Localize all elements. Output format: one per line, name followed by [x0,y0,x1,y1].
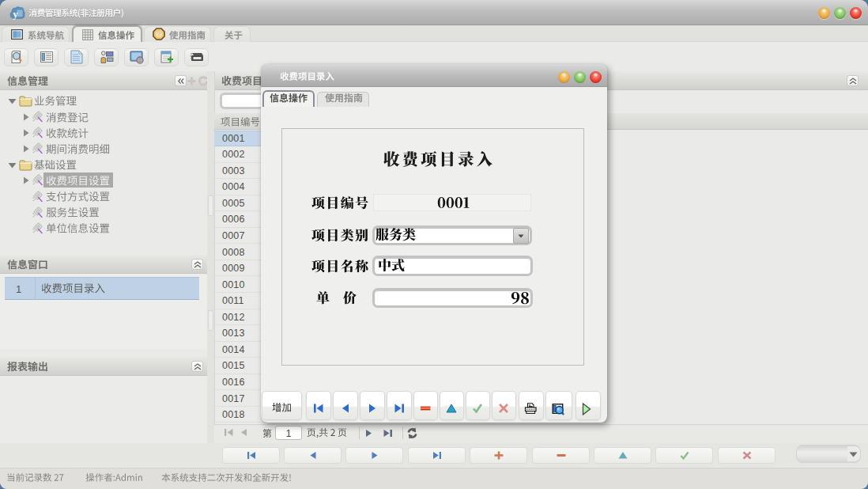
svg-text:y: y [13,8,18,20]
